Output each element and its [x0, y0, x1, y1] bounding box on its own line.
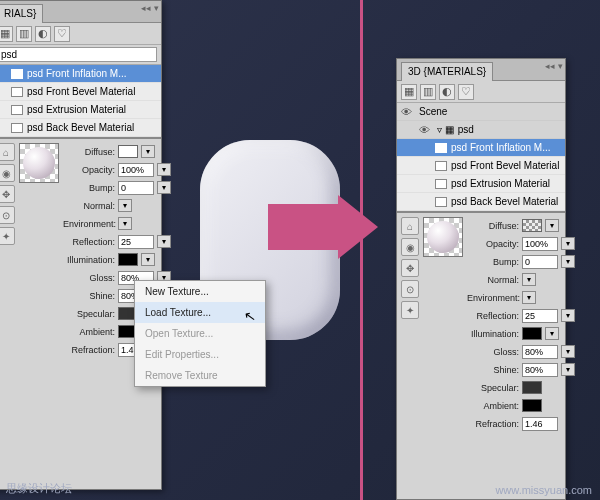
- collapse-icon[interactable]: ◂◂ ▾: [545, 61, 563, 71]
- filter-mesh-icon[interactable]: ▥: [16, 26, 32, 42]
- bump-input[interactable]: [522, 255, 558, 269]
- gloss-label: Gloss:: [467, 347, 519, 357]
- tree-item-selected[interactable]: psd Front Inflation M...: [397, 139, 565, 157]
- ctx-open-texture: Open Texture...: [135, 323, 265, 344]
- opacity-input[interactable]: [522, 237, 558, 251]
- material-tree: psd Front Inflation M... psd Front Bevel…: [397, 139, 565, 212]
- diffuse-swatch[interactable]: [118, 145, 138, 158]
- opacity-label: Opacity:: [467, 239, 519, 249]
- illumination-swatch[interactable]: [118, 253, 138, 266]
- scene-row[interactable]: 👁Scene: [397, 103, 565, 121]
- gloss-menu-icon[interactable]: ▾: [561, 345, 575, 358]
- illumination-label: Illumination:: [467, 329, 519, 339]
- diffuse-menu-icon[interactable]: ▾: [545, 219, 559, 232]
- filter-input[interactable]: [0, 47, 157, 62]
- reflection-menu-icon[interactable]: ▾: [157, 235, 171, 248]
- filter-mesh-icon[interactable]: ▥: [420, 84, 436, 100]
- filter-scene-icon[interactable]: ▦: [401, 84, 417, 100]
- mini-tool-column: ⌂ ◉ ✥ ⊙ ✦: [0, 143, 15, 358]
- filter-lights-icon[interactable]: ♡: [54, 26, 70, 42]
- refraction-input[interactable]: [522, 417, 558, 431]
- materials-panel-left: RIALS} ◂◂ ▾ ▦ ▥ ◐ ♡ psd Front Inflation …: [0, 0, 162, 490]
- property-list: Diffuse:▾ Opacity:▾ Bump:▾ Normal:▾ Envi…: [467, 217, 575, 432]
- bump-menu-icon[interactable]: ▾: [157, 181, 171, 194]
- environment-label: Environment:: [467, 293, 519, 303]
- diffuse-menu-icon[interactable]: ▾: [141, 145, 155, 158]
- preview-col: [19, 143, 59, 358]
- bump-menu-icon[interactable]: ▾: [561, 255, 575, 268]
- scene-label: Scene: [419, 106, 447, 117]
- opacity-input[interactable]: [118, 163, 154, 177]
- opacity-label: Opacity:: [63, 165, 115, 175]
- bump-input[interactable]: [118, 181, 154, 195]
- shine-label: Shine:: [467, 365, 519, 375]
- tree-item[interactable]: psd Extrusion Material: [397, 175, 565, 193]
- material-preview[interactable]: [19, 143, 59, 183]
- texture-context-menu: New Texture... Load Texture... Open Text…: [134, 280, 266, 387]
- ambient-label: Ambient:: [467, 401, 519, 411]
- materials-panel-right: 3D {MATERIALS} ◂◂ ▾ ▦ ▥ ◐ ♡ 👁Scene 👁▿ ▦ …: [396, 58, 566, 500]
- tree-item[interactable]: psd Back Bevel Material: [397, 193, 565, 211]
- filter-materials-icon[interactable]: ◐: [35, 26, 51, 42]
- bump-label: Bump:: [467, 257, 519, 267]
- diffuse-swatch[interactable]: [522, 219, 542, 232]
- reflection-input[interactable]: [522, 309, 558, 323]
- filter-scene-icon[interactable]: ▦: [0, 26, 13, 42]
- normal-menu-icon[interactable]: ▾: [522, 273, 536, 286]
- ctx-new-texture[interactable]: New Texture...: [135, 281, 265, 302]
- refraction-label: Refraction:: [63, 345, 115, 355]
- illumination-menu-icon[interactable]: ▾: [141, 253, 155, 266]
- tree-item[interactable]: psd Front Bevel Material: [397, 157, 565, 175]
- tool-home-icon[interactable]: ⌂: [0, 143, 15, 161]
- specular-swatch[interactable]: [522, 381, 542, 394]
- specular-label: Specular:: [63, 309, 115, 319]
- reflection-input[interactable]: [118, 235, 154, 249]
- psd-node-row[interactable]: 👁▿ ▦ psd: [397, 121, 565, 139]
- normal-menu-icon[interactable]: ▾: [118, 199, 132, 212]
- shine-menu-icon[interactable]: ▾: [561, 363, 575, 376]
- gloss-input[interactable]: [522, 345, 558, 359]
- mini-tool-column: ⌂ ◉ ✥ ⊙ ✦: [401, 217, 419, 432]
- environment-menu-icon[interactable]: ▾: [118, 217, 132, 230]
- reflection-label: Reflection:: [63, 237, 115, 247]
- environment-menu-icon[interactable]: ▾: [522, 291, 536, 304]
- tool-home-icon[interactable]: ⌂: [401, 217, 419, 235]
- ambient-swatch[interactable]: [522, 399, 542, 412]
- tab-3d-materials[interactable]: RIALS}: [0, 4, 43, 23]
- tree-item[interactable]: psd Back Bevel Material: [0, 119, 161, 137]
- illumination-menu-icon[interactable]: ▾: [545, 327, 559, 340]
- illumination-swatch[interactable]: [522, 327, 542, 340]
- refraction-label: Refraction:: [467, 419, 519, 429]
- tree-item[interactable]: psd Front Bevel Material: [0, 83, 161, 101]
- tab-3d-materials[interactable]: 3D {MATERIALS}: [401, 62, 493, 81]
- filter-materials-icon[interactable]: ◐: [439, 84, 455, 100]
- reflection-menu-icon[interactable]: ▾: [561, 309, 575, 322]
- panel-toolbar: ▦ ▥ ◐ ♡: [397, 81, 565, 103]
- reflection-label: Reflection:: [467, 311, 519, 321]
- tool-orbit-icon[interactable]: ◉: [401, 238, 419, 256]
- normal-label: Normal:: [63, 201, 115, 211]
- material-preview[interactable]: [423, 217, 463, 257]
- opacity-menu-icon[interactable]: ▾: [561, 237, 575, 250]
- shine-input[interactable]: [522, 363, 558, 377]
- tool-pan-icon[interactable]: ✥: [0, 185, 15, 203]
- specular-label: Specular:: [467, 383, 519, 393]
- bump-label: Bump:: [63, 183, 115, 193]
- filter-lights-icon[interactable]: ♡: [458, 84, 474, 100]
- cursor-icon: ↖: [243, 307, 258, 325]
- tool-light-icon[interactable]: ✦: [0, 227, 15, 245]
- tool-zoom-icon[interactable]: ⊙: [401, 280, 419, 298]
- opacity-menu-icon[interactable]: ▾: [157, 163, 171, 176]
- ctx-edit-properties: Edit Properties...: [135, 344, 265, 365]
- diffuse-label: Diffuse:: [467, 221, 519, 231]
- tree-item-selected[interactable]: psd Front Inflation M...: [0, 65, 161, 83]
- tree-item[interactable]: psd Extrusion Material: [0, 101, 161, 119]
- eye-icon[interactable]: 👁: [419, 124, 433, 136]
- eye-icon[interactable]: 👁: [401, 106, 415, 118]
- psd-label: psd: [458, 124, 474, 135]
- tool-orbit-icon[interactable]: ◉: [0, 164, 15, 182]
- collapse-icon[interactable]: ◂◂ ▾: [141, 3, 159, 13]
- tool-light-icon[interactable]: ✦: [401, 301, 419, 319]
- tool-zoom-icon[interactable]: ⊙: [0, 206, 15, 224]
- tool-pan-icon[interactable]: ✥: [401, 259, 419, 277]
